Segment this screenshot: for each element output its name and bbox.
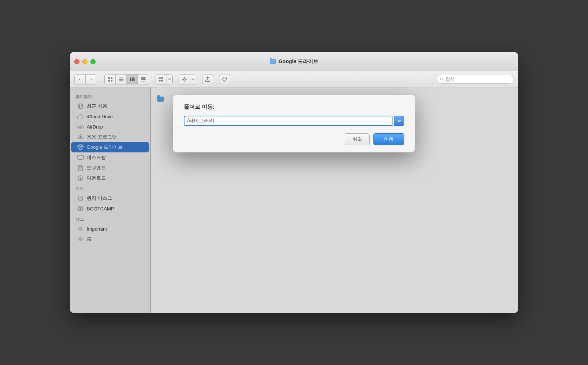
- svg-rect-2: [108, 80, 110, 82]
- main-content: 즐겨찾기 최근 사용: [70, 87, 518, 313]
- forward-button[interactable]: ›: [86, 75, 97, 84]
- view-icon-button[interactable]: [105, 75, 116, 84]
- minimize-button[interactable]: [82, 59, 87, 64]
- svg-rect-13: [144, 81, 146, 82]
- svg-rect-10: [141, 77, 146, 80]
- svg-rect-3: [111, 80, 112, 82]
- svg-rect-4: [119, 77, 123, 78]
- window-title: Google 드라이브: [279, 58, 318, 65]
- folder-path-input[interactable]: [184, 116, 392, 126]
- title-bar: Google 드라이브: [70, 52, 518, 71]
- path-dropdown-button[interactable]: [394, 116, 404, 126]
- nav-buttons: ‹ ›: [74, 74, 97, 84]
- share-button[interactable]: [202, 75, 213, 84]
- file-area: 폴더로 이동: 취소 이동: [151, 87, 518, 313]
- svg-rect-14: [159, 77, 161, 79]
- tag-button[interactable]: [219, 75, 230, 84]
- back-button[interactable]: ‹: [75, 75, 86, 84]
- svg-rect-5: [119, 79, 123, 80]
- modal-overlay: 폴더로 이동: 취소 이동: [70, 87, 518, 313]
- svg-point-19: [225, 78, 226, 79]
- search-box[interactable]: [437, 75, 514, 84]
- window-folder-icon: [270, 59, 276, 64]
- svg-rect-8: [132, 77, 133, 81]
- svg-point-20: [440, 77, 442, 80]
- window-title-area: Google 드라이브: [270, 58, 318, 65]
- svg-rect-1: [111, 77, 112, 79]
- svg-rect-16: [159, 80, 161, 82]
- traffic-lights: [74, 59, 96, 64]
- chevron-down-icon: [397, 120, 401, 122]
- modal-input-row: [184, 116, 404, 126]
- settings-button[interactable]: [179, 74, 196, 84]
- maximize-button[interactable]: [90, 59, 96, 64]
- svg-rect-12: [143, 81, 144, 82]
- goto-folder-dialog: 폴더로 이동: 취소 이동: [173, 95, 415, 152]
- svg-rect-11: [141, 81, 142, 82]
- svg-point-18: [183, 78, 185, 80]
- modal-title: 폴더로 이동:: [184, 104, 404, 111]
- view-list-button[interactable]: [116, 75, 127, 84]
- svg-rect-9: [133, 77, 135, 81]
- go-button[interactable]: 이동: [373, 133, 404, 145]
- finder-window: Google 드라이브 ‹ ›: [70, 52, 518, 313]
- svg-rect-0: [108, 77, 110, 79]
- cancel-button[interactable]: 취소: [345, 133, 370, 145]
- view-column-button[interactable]: [127, 75, 138, 84]
- group-view-button[interactable]: [155, 74, 173, 84]
- svg-rect-17: [161, 80, 163, 82]
- svg-rect-15: [161, 77, 163, 79]
- svg-rect-7: [130, 77, 131, 81]
- toolbar: ‹ ›: [70, 71, 518, 87]
- view-buttons: [104, 74, 149, 84]
- svg-rect-6: [119, 80, 123, 81]
- view-gallery-button[interactable]: [138, 75, 149, 84]
- modal-buttons: 취소 이동: [184, 133, 404, 145]
- search-icon: [440, 77, 444, 82]
- close-button[interactable]: [74, 59, 79, 64]
- search-input[interactable]: [445, 76, 510, 82]
